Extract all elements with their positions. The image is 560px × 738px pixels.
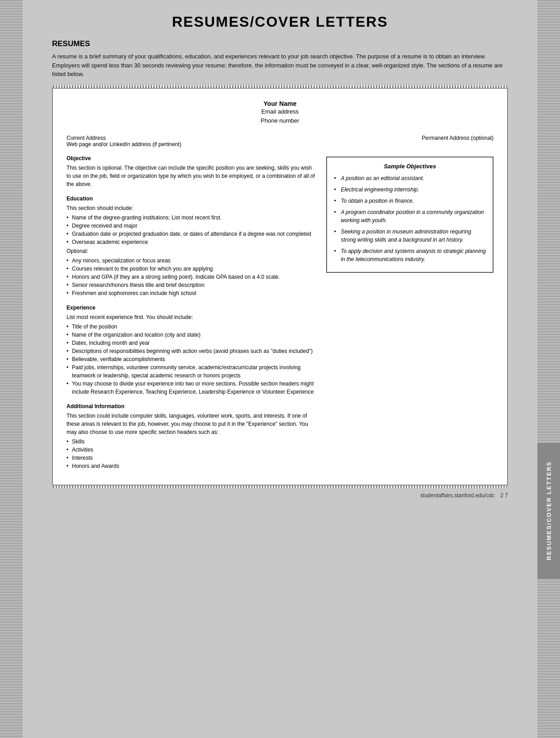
list-item: Freshmen and sophomores can include high…: [66, 289, 317, 297]
list-item: Title of the position: [66, 323, 317, 331]
additional-info-text: This section could include computer skil…: [66, 412, 317, 436]
permanent-address-block: Permanent Address (optional): [280, 135, 494, 148]
list-item: Name of the organization and location (c…: [66, 331, 317, 339]
objective-text: This section is optional. The objective …: [66, 164, 317, 188]
sample-objectives-title: Sample Objectives: [334, 163, 486, 170]
resumes-intro: A resume is a brief summary of your qual…: [52, 52, 508, 79]
current-address-label: Current Address: [66, 135, 280, 141]
current-address-block: Current Address Web page and/or LinkedIn…: [66, 135, 280, 148]
experience-title: Experience: [66, 304, 317, 312]
list-item: Activities: [66, 446, 317, 454]
list-item: To obtain a position in finance.: [334, 197, 486, 205]
list-item: Name of the degree-granting institutions…: [66, 214, 317, 222]
experience-intro: List most recent experience first. You s…: [66, 313, 317, 321]
page-title: RESUMES/COVER LETTERS: [52, 14, 508, 30]
education-intro: This section should include:: [66, 204, 317, 212]
optional-label: Optional:: [66, 247, 317, 255]
resumes-heading: RESUMES: [52, 39, 508, 48]
page-wrapper: RESUMES/COVER LETTERS RESUMES/COVER LETT…: [0, 0, 560, 738]
resume-header: Your Name Email address Phone number: [66, 100, 494, 126]
list-item: Electrical engineering internship.: [334, 186, 486, 194]
sidebar-vertical-label: RESUMES/COVER LETTERS: [546, 461, 552, 560]
resume-body: Objective This section is optional. The …: [66, 154, 494, 471]
additional-info-list: Skills Activities Interests Honors and A…: [66, 438, 317, 470]
sample-objectives-box: Sample Objectives A position as an edito…: [326, 157, 494, 273]
list-item: Graduation date or projected graduation …: [66, 230, 317, 238]
list-item: Dates, including month and year: [66, 339, 317, 347]
education-title: Education: [66, 195, 317, 203]
list-item: Honors and Awards: [66, 462, 317, 470]
additional-info-title: Additional Information: [66, 402, 317, 410]
right-vertical-text-block: RESUMES/COVER LETTERS: [537, 443, 560, 579]
footer-url: studentaffairs.stanford.edu/cdc: [420, 492, 494, 499]
resume-name: Your Name: [66, 100, 494, 107]
list-item: Paid jobs, internships, volunteer commun…: [66, 363, 317, 380]
list-item: Seeking a position in museum administrat…: [334, 228, 486, 244]
list-item: Honors and GPA (if they are a strong sel…: [66, 273, 317, 281]
right-decoration-bottom: [537, 579, 560, 738]
page-footer: studentaffairs.stanford.edu/cdc 2 7: [27, 492, 508, 499]
resume-phone: Phone number: [66, 116, 494, 126]
list-item: Interests: [66, 454, 317, 462]
education-optional-list: Any minors, specialization or focus area…: [66, 257, 317, 297]
objectives-list: A position as an editorial assistant. El…: [334, 174, 486, 263]
list-item: A program coordinator position in a comm…: [334, 208, 486, 224]
right-decoration-top: [537, 0, 560, 443]
list-item: To apply decision and systems analysis t…: [334, 247, 486, 263]
left-decoration: [0, 0, 23, 738]
list-item: Any minors, specialization or focus area…: [66, 257, 317, 265]
education-required-list: Name of the degree-granting institutions…: [66, 214, 317, 246]
resume-right-col: Sample Objectives A position as an edito…: [326, 154, 494, 471]
list-item: Skills: [66, 438, 317, 446]
list-item: Overseas academic experience: [66, 238, 317, 246]
list-item: Courses relevant to the position for whi…: [66, 265, 317, 273]
permanent-address-label: Permanent Address (optional): [280, 135, 494, 141]
resume-email: Email address: [66, 107, 494, 117]
footer-page: 2 7: [500, 492, 508, 499]
list-item: Descriptions of responsibilities beginni…: [66, 347, 317, 355]
web-page-label: Web page and/or LinkedIn address (if per…: [66, 141, 280, 148]
list-item: Senior research/honors thesis title and …: [66, 281, 317, 289]
experience-list: Title of the position Name of the organi…: [66, 323, 317, 396]
content-area: RESUMES/COVER LETTERS RESUMES A resume i…: [52, 14, 508, 486]
objective-title: Objective: [66, 154, 317, 162]
list-item: A position as an editorial assistant.: [334, 174, 486, 182]
list-item: You may choose to divide your experience…: [66, 380, 317, 396]
list-item: Degree received and major: [66, 222, 317, 230]
resume-address-row: Current Address Web page and/or LinkedIn…: [66, 135, 494, 148]
resume-left-col: Objective This section is optional. The …: [66, 154, 317, 471]
list-item: Believable, verifiable accomplishments: [66, 355, 317, 363]
resume-template-box: Your Name Email address Phone number Cur…: [52, 88, 508, 486]
